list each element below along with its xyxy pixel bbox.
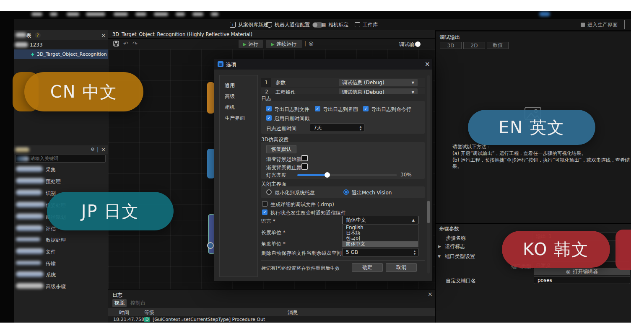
log-col-message: 消息 <box>288 309 298 316</box>
step-item[interactable]: 数据处理 <box>14 235 108 244</box>
redacted-steps-title <box>15 147 29 152</box>
dialog-titlebar[interactable]: ▦ 选项 × <box>214 59 432 70</box>
minimize-radio[interactable] <box>266 189 272 195</box>
log-tab-vision[interactable]: 视觉 <box>112 299 127 307</box>
step-item[interactable]: 系统 <box>14 270 108 279</box>
log-panel-title: 日志 <box>112 292 122 299</box>
timestamp-checkbox[interactable]: ✓ <box>266 115 272 121</box>
ok-button[interactable]: 确定 <box>352 263 383 272</box>
debug-tab-3d[interactable]: 3D <box>440 42 462 49</box>
disk-space-spinner[interactable]: 5 GB ▲▼ <box>342 248 418 256</box>
step-item[interactable]: 传输 <box>14 258 108 268</box>
project-panel-close-icon[interactable]: × <box>101 32 106 39</box>
dialog-sidebar-item-production[interactable]: 生产界面 <box>225 115 245 122</box>
export-log-file-checkbox[interactable]: ✓ <box>266 106 272 111</box>
run-flags-label: 运行标志 <box>445 243 465 250</box>
dialog-scrollbar-thumb[interactable] <box>427 201 430 223</box>
save-icon[interactable] <box>113 41 119 47</box>
log-expire-spinner[interactable]: 7天 ▲▼ <box>310 124 364 132</box>
run-button[interactable]: ▶ 运行 <box>239 40 263 48</box>
restart-note: 标记有(*)的设置将在软件重启后生效 <box>261 265 340 271</box>
dialog-sidebar-item-general[interactable]: 通用 <box>225 82 235 89</box>
export-log-ui-label: 导出日志到界面 <box>323 106 358 113</box>
dialog-scrollbar[interactable] <box>427 75 430 274</box>
step-item[interactable]: 高级步骤 <box>14 282 108 291</box>
redo-icon[interactable]: ↷ <box>132 40 138 47</box>
export-log-ui-checkbox[interactable]: ✓ <box>315 106 320 111</box>
project-panel-header: 表 ? × <box>14 30 108 40</box>
language-combo[interactable]: 简体中文 ▲ <box>342 216 418 224</box>
gradient-start-swatch[interactable] <box>301 155 308 161</box>
dialog-sidebar-item-advanced[interactable]: 高级 <box>225 93 235 100</box>
steps-panel-close-icon[interactable]: × <box>101 146 106 152</box>
cancel-button[interactable]: 取消 <box>386 263 417 272</box>
bolt-icon <box>31 52 35 57</box>
dialog-sidebar-item-camera[interactable]: 相机 <box>225 104 235 111</box>
export-log-cmd-checkbox[interactable]: ✓ <box>363 106 369 111</box>
gradient-end-swatch[interactable] <box>301 163 308 170</box>
length-unit-label: 长度单位 * <box>261 229 286 236</box>
steps-search-box[interactable] <box>15 155 106 163</box>
gradient-start-label: 渐变背景起始颜色 <box>266 156 306 163</box>
gradient-end-label: 渐变背景截止颜色 <box>266 164 306 171</box>
run-continuous-button[interactable]: ▶ 连续运行 <box>266 40 302 48</box>
export-log-cmd-label: 导出日志到命令行 <box>371 106 411 113</box>
row-level-combo[interactable]: 调试信息 (Debug)▼ <box>339 79 418 86</box>
log-section-group: ✓ 导出日志到文件 ✓ 导出日志到界面 ✓ 导出日志到命令行 ✓ 启用日期时间戳… <box>261 101 425 134</box>
camera-calibration-button[interactable]: ▦ 相机标定 <box>321 21 348 28</box>
restore-defaults-button[interactable]: 恢复默认 <box>266 145 296 153</box>
new-from-case-button[interactable]: + 从案例库新建 <box>230 21 268 28</box>
light-brightness-slider[interactable] <box>297 174 397 176</box>
run-bar-separator: | <box>304 41 306 47</box>
log-tab-console[interactable]: 控制台 <box>128 299 148 307</box>
steps-settings-gear-icon[interactable]: ⚙ <box>91 147 95 152</box>
blurred-menu-row <box>31 12 224 17</box>
slider-knob[interactable] <box>325 172 330 178</box>
canvas-tab-title[interactable]: 3D_Target_Object_Recognition (Highly Ref… <box>112 31 252 37</box>
step-item[interactable]: 预处理 <box>14 176 108 186</box>
run-settings-icon[interactable]: ◎ <box>309 40 313 47</box>
enter-production-button[interactable]: 进入生产界面 <box>581 21 618 28</box>
log-panel-close-icon[interactable]: × <box>428 291 433 297</box>
page-margin-right <box>631 0 644 336</box>
run-continuous-play-icon: ▶ <box>271 42 275 47</box>
caret-down-icon: ▼ <box>412 81 414 85</box>
dialog-title: 选项 <box>226 61 236 68</box>
open-editor-button[interactable]: ◎ 打开编辑器 <box>534 268 630 275</box>
step-item[interactable]: 文件 <box>14 247 108 256</box>
dialog-close-icon[interactable]: × <box>425 60 430 68</box>
spin-up-icon: ▲ <box>414 249 416 252</box>
blurred-top-right-item <box>539 12 550 16</box>
log-row[interactable]: 18:21:47.758 D [GuiContext::setCurrentSt… <box>108 316 435 323</box>
log-table-header: 时间 等级 消息 <box>108 308 435 316</box>
run-flags-collapse-icon[interactable]: ▶ <box>438 244 441 248</box>
node-port-connector[interactable] <box>207 242 214 249</box>
debug-tab-2d[interactable]: 2D <box>463 42 485 49</box>
debug-tab-values[interactable]: 数值 <box>487 42 509 49</box>
row-level-combo[interactable]: 调试信息 (Debug)▼ <box>339 88 418 94</box>
light-brightness-label: 灯光亮度 <box>266 172 286 179</box>
step-item[interactable]: 采集 <box>14 165 108 174</box>
port-type-expand-icon[interactable]: ▼ <box>438 254 441 258</box>
help-icon[interactable]: ? <box>35 32 41 38</box>
notify-checkbox[interactable]: ✓ <box>262 209 267 215</box>
redacted-chip <box>15 42 28 47</box>
project-count-row[interactable]: 1233 <box>14 40 108 49</box>
en-language-badge: EN 英文 <box>468 110 595 145</box>
flow-node-orange[interactable] <box>207 82 214 114</box>
undo-icon[interactable]: ↶ <box>123 40 128 47</box>
exit-radio[interactable] <box>343 189 349 195</box>
run-play-icon: ▶ <box>243 42 247 47</box>
dmp-checkbox[interactable]: ✓ <box>262 201 267 207</box>
custom-port-input[interactable]: poses <box>534 276 630 284</box>
dialog-table-row[interactable]: 1 参数 调试信息 (Debug)▼ <box>261 78 425 87</box>
project-tree-item-selected[interactable]: 3D_Target_Object_Recognition (Highly ... <box>14 49 108 59</box>
part-library-icon <box>355 22 360 27</box>
part-library-button[interactable]: 工件库 <box>355 21 378 28</box>
robot-comm-button[interactable]: 机器人通信配置 <box>267 21 323 28</box>
language-option-simplified-chinese[interactable]: 简体中文 <box>343 241 418 247</box>
dialog-table-row-clipped[interactable]: 2 工程操作 调试信息 (Debug)▼ <box>261 88 425 94</box>
search-input[interactable] <box>30 155 103 162</box>
row-name: 参数 <box>275 79 286 86</box>
minimize-radio-label: 最小化到系统托盘 <box>275 189 315 196</box>
